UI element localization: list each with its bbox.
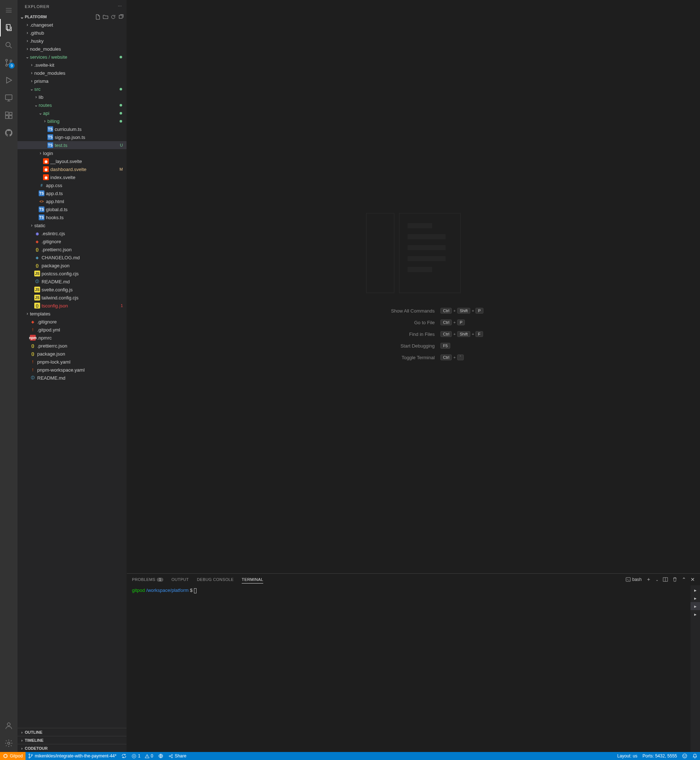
folder-item[interactable]: ›static — [17, 221, 127, 229]
problems-status[interactable]: 1 0 — [129, 752, 156, 760]
file-tree[interactable]: ›.changeset›.github›.husky›node_modules⌄… — [17, 21, 127, 728]
layout-status[interactable]: Layout: us — [615, 752, 640, 760]
file-icon-js: JS — [34, 271, 40, 277]
file-item[interactable]: TScurriculum.ts — [17, 125, 127, 133]
run-debug-icon[interactable] — [0, 72, 17, 89]
split-terminal-icon[interactable] — [663, 577, 668, 582]
file-item[interactable]: !pnpm-lock.yaml — [17, 358, 127, 366]
new-folder-icon[interactable] — [103, 14, 108, 20]
folder-item[interactable]: ›prisma — [17, 77, 127, 85]
folder-item[interactable]: ›node_modules — [17, 45, 127, 53]
file-icon-md: ◈ — [34, 255, 40, 260]
folder-item[interactable]: ›billing — [17, 117, 127, 125]
shortcut-row: Find in FilesCtrl+Shift+F — [344, 331, 483, 337]
folder-item[interactable]: ›node_modules — [17, 69, 127, 77]
terminal-group-3[interactable]: ▸ — [691, 602, 700, 610]
file-item[interactable]: TSsign-up.json.ts — [17, 133, 127, 141]
file-item[interactable]: {}.prettierrc.json — [17, 342, 127, 350]
file-item[interactable]: npm.npmrc — [17, 334, 127, 342]
chevron-right-icon: › — [38, 151, 43, 156]
folder-item[interactable]: ⌄services / website — [17, 53, 127, 61]
file-item[interactable]: ◉dashboard.svelteM — [17, 165, 127, 173]
folder-item[interactable]: ⌄routes — [17, 101, 127, 109]
folder-item[interactable]: ⌄api — [17, 109, 127, 117]
ports-status[interactable]: Ports: 5432, 5555 — [640, 752, 680, 760]
file-item[interactable]: ⓘREADME.md — [17, 374, 127, 382]
folder-item[interactable]: ›templates — [17, 310, 127, 317]
terminal-dropdown-icon[interactable]: ⌄ — [656, 578, 658, 582]
svg-rect-6 — [5, 112, 8, 115]
accounts-icon[interactable] — [0, 717, 17, 735]
menu-button[interactable] — [0, 2, 17, 19]
github-icon[interactable] — [0, 124, 17, 141]
terminal-name[interactable]: bash — [626, 577, 642, 582]
sidebar-section-timeline[interactable]: ›TIMELINE — [17, 736, 127, 744]
feedback-icon[interactable] — [680, 752, 690, 760]
close-panel-icon[interactable]: ✕ — [691, 577, 695, 582]
explorer-section-header[interactable]: ⌄ PLATFORM — [17, 13, 127, 21]
file-item[interactable]: ◉__layout.svelte — [17, 157, 127, 165]
file-item[interactable]: ◉.eslintrc.cjs — [17, 229, 127, 238]
new-terminal-icon[interactable]: ＋ — [646, 576, 651, 583]
extensions-icon[interactable] — [0, 106, 17, 124]
refresh-icon[interactable] — [111, 14, 116, 20]
panel-tab-terminal[interactable]: TERMINAL — [242, 576, 263, 583]
prompt-symbol: $ — [190, 588, 192, 593]
file-item[interactable]: {}tsconfig.json1 — [17, 302, 127, 310]
file-item[interactable]: !.gitpod.yml — [17, 326, 127, 334]
settings-gear-icon[interactable] — [0, 735, 17, 752]
sidebar-header: EXPLORER ⋯ — [17, 0, 127, 13]
folder-item[interactable]: ›.github — [17, 29, 127, 37]
file-item[interactable]: TSapp.d.ts — [17, 189, 127, 197]
file-item[interactable]: {}package.json — [17, 350, 127, 358]
share-status[interactable]: Share — [166, 752, 189, 760]
explorer-icon[interactable] — [0, 19, 17, 36]
terminal-body[interactable]: gitpod /workspace/platform $ ▸ ▸ ▸ ▸ — [127, 585, 700, 752]
sidebar-section-outline[interactable]: ›OUTLINE — [17, 728, 127, 736]
panel-tab-problems[interactable]: PROBLEMS1 — [132, 576, 163, 583]
folder-item[interactable]: ⌄src — [17, 85, 127, 93]
file-item[interactable]: ◈CHANGELOG.md — [17, 253, 127, 261]
folder-item[interactable]: ›.changeset — [17, 21, 127, 29]
file-item[interactable]: ◉index.svelte — [17, 173, 127, 181]
ports-forward-icon-status[interactable] — [156, 752, 166, 760]
git-branch-status[interactable]: mikenikles/integrate-with-the-payment-44… — [25, 752, 119, 760]
panel-tab-debug-console[interactable]: DEBUG CONSOLE — [197, 576, 234, 583]
file-item[interactable]: JSpostcss.config.cjs — [17, 269, 127, 278]
file-item[interactable]: !pnpm-workspace.yaml — [17, 366, 127, 374]
file-item[interactable]: {}package.json — [17, 261, 127, 269]
maximize-panel-icon[interactable]: ⌃ — [682, 577, 686, 582]
file-item[interactable]: <>app.html — [17, 197, 127, 205]
terminal-group-4[interactable]: ▸ — [691, 610, 700, 618]
tree-item-label: .svelte-kit — [34, 63, 54, 68]
kill-terminal-icon[interactable] — [672, 577, 677, 582]
file-item[interactable]: JStailwind.config.cjs — [17, 294, 127, 302]
folder-item[interactable]: ›lib — [17, 93, 127, 101]
terminal-group-1[interactable]: ▸ — [691, 586, 700, 594]
panel-tab-output[interactable]: OUTPUT — [171, 576, 189, 583]
file-item[interactable]: TStest.tsU — [17, 141, 127, 149]
sidebar-more-icon[interactable]: ⋯ — [116, 3, 123, 9]
terminal-group-2[interactable]: ▸ — [691, 594, 700, 602]
remote-explorer-icon[interactable] — [0, 89, 17, 106]
file-item[interactable]: {}.prettierrc.json — [17, 246, 127, 253]
file-item[interactable]: ◈.gitignore — [17, 238, 127, 246]
folder-item[interactable]: ›.svelte-kit — [17, 61, 127, 69]
search-icon[interactable] — [0, 36, 17, 54]
source-control-icon[interactable]: 9 — [0, 54, 17, 72]
file-item[interactable]: TSglobal.d.ts — [17, 205, 127, 213]
sync-status[interactable] — [119, 752, 129, 760]
file-item[interactable]: JSsvelte.config.js — [17, 286, 127, 294]
sidebar-section-codetour[interactable]: ›CODETOUR — [17, 744, 127, 752]
gitpod-status[interactable]: Gitpod — [0, 752, 25, 760]
notifications-icon[interactable] — [690, 752, 700, 760]
tree-item-label: app.css — [46, 183, 62, 188]
file-item[interactable]: #app.css — [17, 181, 127, 189]
new-file-icon[interactable] — [95, 14, 101, 20]
folder-item[interactable]: ›login — [17, 149, 127, 157]
file-item[interactable]: TShooks.ts — [17, 213, 127, 221]
file-item[interactable]: ⓘREADME.md — [17, 278, 127, 286]
collapse-all-icon[interactable] — [118, 14, 123, 20]
folder-item[interactable]: ›.husky — [17, 37, 127, 45]
file-item[interactable]: ◈.gitignore — [17, 317, 127, 326]
